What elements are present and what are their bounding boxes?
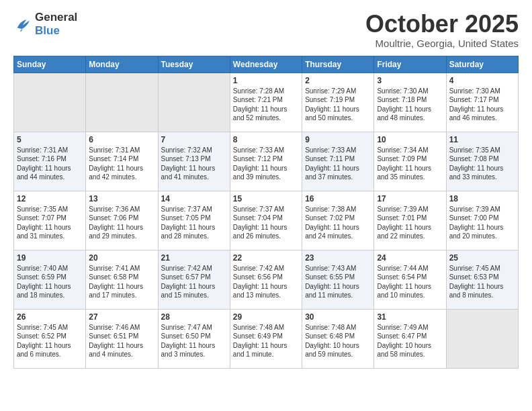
day-number: 30	[305, 312, 371, 322]
day-number: 27	[89, 312, 154, 322]
day-number: 18	[449, 194, 515, 203]
cell-content: Sunrise: 7:45 AM Sunset: 6:53 PM Dayligh…	[449, 264, 515, 300]
cell-content: Sunrise: 7:30 AM Sunset: 7:18 PM Dayligh…	[377, 87, 443, 123]
calendar-cell: 17Sunrise: 7:39 AM Sunset: 7:01 PM Dayli…	[374, 191, 446, 250]
cell-content: Sunrise: 7:46 AM Sunset: 6:51 PM Dayligh…	[89, 323, 154, 359]
calendar-cell: 30Sunrise: 7:48 AM Sunset: 6:48 PM Dayli…	[302, 309, 374, 368]
cell-content: Sunrise: 7:29 AM Sunset: 7:19 PM Dayligh…	[305, 87, 371, 123]
logo-icon	[13, 15, 32, 34]
day-number: 3	[377, 76, 443, 85]
cell-content: Sunrise: 7:32 AM Sunset: 7:13 PM Dayligh…	[161, 146, 227, 182]
day-number: 15	[233, 194, 299, 203]
day-number: 31	[377, 312, 443, 322]
cell-content: Sunrise: 7:41 AM Sunset: 6:58 PM Dayligh…	[89, 264, 154, 300]
cell-content: Sunrise: 7:40 AM Sunset: 6:59 PM Dayligh…	[17, 264, 83, 300]
day-number: 28	[161, 312, 227, 322]
calendar-cell: 1Sunrise: 7:28 AM Sunset: 7:21 PM Daylig…	[230, 73, 302, 132]
cell-content: Sunrise: 7:37 AM Sunset: 7:04 PM Dayligh…	[233, 205, 299, 241]
day-number: 24	[377, 253, 443, 263]
calendar-cell: 6Sunrise: 7:31 AM Sunset: 7:14 PM Daylig…	[86, 132, 158, 191]
cell-content: Sunrise: 7:39 AM Sunset: 7:01 PM Dayligh…	[377, 205, 443, 241]
cell-content: Sunrise: 7:47 AM Sunset: 6:50 PM Dayligh…	[161, 323, 227, 359]
calendar-cell: 15Sunrise: 7:37 AM Sunset: 7:04 PM Dayli…	[230, 191, 302, 250]
calendar-cell: 2Sunrise: 7:29 AM Sunset: 7:19 PM Daylig…	[302, 73, 374, 132]
cell-content: Sunrise: 7:37 AM Sunset: 7:05 PM Dayligh…	[161, 205, 227, 241]
day-number: 14	[161, 194, 227, 203]
day-number: 19	[17, 253, 83, 263]
calendar-cell: 28Sunrise: 7:47 AM Sunset: 6:50 PM Dayli…	[158, 309, 230, 368]
calendar-cell: 5Sunrise: 7:31 AM Sunset: 7:16 PM Daylig…	[14, 132, 86, 191]
cell-content: Sunrise: 7:43 AM Sunset: 6:55 PM Dayligh…	[305, 264, 371, 300]
cell-content: Sunrise: 7:48 AM Sunset: 6:48 PM Dayligh…	[305, 323, 371, 359]
cell-content: Sunrise: 7:33 AM Sunset: 7:11 PM Dayligh…	[305, 146, 371, 182]
day-number: 2	[305, 76, 371, 85]
calendar-cell: 4Sunrise: 7:30 AM Sunset: 7:17 PM Daylig…	[446, 73, 518, 132]
header-wednesday: Wednesday	[230, 56, 302, 73]
day-number: 10	[377, 135, 443, 144]
calendar-row: 5Sunrise: 7:31 AM Sunset: 7:16 PM Daylig…	[14, 132, 519, 191]
cell-content: Sunrise: 7:31 AM Sunset: 7:14 PM Dayligh…	[89, 146, 154, 182]
day-number: 25	[449, 253, 515, 263]
cell-content: Sunrise: 7:33 AM Sunset: 7:12 PM Dayligh…	[233, 146, 299, 182]
calendar-header-row: SundayMondayTuesdayWednesdayThursdayFrid…	[14, 56, 519, 73]
calendar-cell	[446, 309, 518, 368]
calendar-cell: 20Sunrise: 7:41 AM Sunset: 6:58 PM Dayli…	[86, 250, 158, 309]
cell-content: Sunrise: 7:36 AM Sunset: 7:06 PM Dayligh…	[89, 205, 154, 241]
calendar-table: SundayMondayTuesdayWednesdayThursdayFrid…	[13, 56, 519, 369]
cell-content: Sunrise: 7:39 AM Sunset: 7:00 PM Dayligh…	[449, 205, 515, 241]
page: General Blue October 2025 Moultrie, Geor…	[0, 0, 532, 379]
logo-text: General Blue	[35, 11, 77, 37]
header-thursday: Thursday	[302, 56, 374, 73]
header-monday: Monday	[86, 56, 158, 73]
calendar-cell: 3Sunrise: 7:30 AM Sunset: 7:18 PM Daylig…	[374, 73, 446, 132]
day-number: 1	[233, 76, 299, 85]
cell-content: Sunrise: 7:28 AM Sunset: 7:21 PM Dayligh…	[233, 87, 299, 123]
calendar-row: 19Sunrise: 7:40 AM Sunset: 6:59 PM Dayli…	[14, 250, 519, 309]
header: General Blue October 2025 Moultrie, Geor…	[13, 11, 519, 49]
day-number: 4	[449, 76, 515, 85]
calendar-cell: 12Sunrise: 7:35 AM Sunset: 7:07 PM Dayli…	[14, 191, 86, 250]
cell-content: Sunrise: 7:45 AM Sunset: 6:52 PM Dayligh…	[17, 323, 83, 359]
day-number: 29	[233, 312, 299, 322]
calendar-row: 26Sunrise: 7:45 AM Sunset: 6:52 PM Dayli…	[14, 309, 519, 368]
calendar-cell: 22Sunrise: 7:42 AM Sunset: 6:56 PM Dayli…	[230, 250, 302, 309]
cell-content: Sunrise: 7:49 AM Sunset: 6:47 PM Dayligh…	[377, 323, 443, 359]
day-number: 21	[161, 253, 227, 263]
cell-content: Sunrise: 7:48 AM Sunset: 6:49 PM Dayligh…	[233, 323, 299, 359]
cell-content: Sunrise: 7:35 AM Sunset: 7:07 PM Dayligh…	[17, 205, 83, 241]
calendar-cell: 23Sunrise: 7:43 AM Sunset: 6:55 PM Dayli…	[302, 250, 374, 309]
calendar-row: 12Sunrise: 7:35 AM Sunset: 7:07 PM Dayli…	[14, 191, 519, 250]
calendar-cell: 14Sunrise: 7:37 AM Sunset: 7:05 PM Dayli…	[158, 191, 230, 250]
title-area: October 2025 Moultrie, Georgia, United S…	[365, 11, 519, 49]
calendar-cell: 25Sunrise: 7:45 AM Sunset: 6:53 PM Dayli…	[446, 250, 518, 309]
header-tuesday: Tuesday	[158, 56, 230, 73]
day-number: 22	[233, 253, 299, 263]
day-number: 8	[233, 135, 299, 144]
calendar-cell: 18Sunrise: 7:39 AM Sunset: 7:00 PM Dayli…	[446, 191, 518, 250]
calendar-cell: 16Sunrise: 7:38 AM Sunset: 7:02 PM Dayli…	[302, 191, 374, 250]
calendar-cell: 9Sunrise: 7:33 AM Sunset: 7:11 PM Daylig…	[302, 132, 374, 191]
day-number: 9	[305, 135, 371, 144]
calendar-cell	[14, 73, 86, 132]
cell-content: Sunrise: 7:30 AM Sunset: 7:17 PM Dayligh…	[449, 87, 515, 123]
cell-content: Sunrise: 7:38 AM Sunset: 7:02 PM Dayligh…	[305, 205, 371, 241]
day-number: 7	[161, 135, 227, 144]
cell-content: Sunrise: 7:35 AM Sunset: 7:08 PM Dayligh…	[449, 146, 515, 182]
day-number: 13	[89, 194, 154, 203]
day-number: 16	[305, 194, 371, 203]
cell-content: Sunrise: 7:42 AM Sunset: 6:56 PM Dayligh…	[233, 264, 299, 300]
calendar-cell: 31Sunrise: 7:49 AM Sunset: 6:47 PM Dayli…	[374, 309, 446, 368]
cell-content: Sunrise: 7:44 AM Sunset: 6:54 PM Dayligh…	[377, 264, 443, 300]
calendar-cell: 10Sunrise: 7:34 AM Sunset: 7:09 PM Dayli…	[374, 132, 446, 191]
month-title: October 2025	[365, 11, 519, 38]
day-number: 5	[17, 135, 83, 144]
day-number: 20	[89, 253, 154, 263]
cell-content: Sunrise: 7:31 AM Sunset: 7:16 PM Dayligh…	[17, 146, 83, 182]
day-number: 12	[17, 194, 83, 203]
calendar-cell: 8Sunrise: 7:33 AM Sunset: 7:12 PM Daylig…	[230, 132, 302, 191]
logo: General Blue	[13, 11, 77, 37]
subtitle: Moultrie, Georgia, United States	[365, 38, 519, 49]
day-number: 26	[17, 312, 83, 322]
cell-content: Sunrise: 7:34 AM Sunset: 7:09 PM Dayligh…	[377, 146, 443, 182]
calendar-cell: 26Sunrise: 7:45 AM Sunset: 6:52 PM Dayli…	[14, 309, 86, 368]
